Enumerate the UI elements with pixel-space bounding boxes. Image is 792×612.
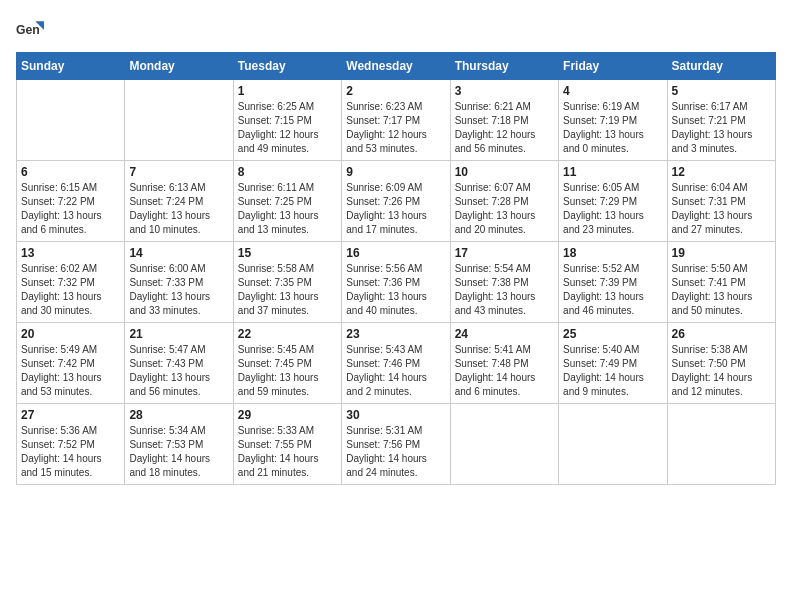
calendar-cell: 19Sunrise: 5:50 AMSunset: 7:41 PMDayligh… [667,242,775,323]
day-number: 9 [346,165,445,179]
logo: Gen [16,16,48,44]
day-number: 14 [129,246,228,260]
day-info: Sunrise: 6:13 AMSunset: 7:24 PMDaylight:… [129,181,228,237]
day-number: 20 [21,327,120,341]
calendar-cell [17,80,125,161]
day-info: Sunrise: 6:02 AMSunset: 7:32 PMDaylight:… [21,262,120,318]
day-info: Sunrise: 6:21 AMSunset: 7:18 PMDaylight:… [455,100,554,156]
calendar-cell: 23Sunrise: 5:43 AMSunset: 7:46 PMDayligh… [342,323,450,404]
weekday-header: Wednesday [342,53,450,80]
day-number: 3 [455,84,554,98]
day-number: 21 [129,327,228,341]
day-info: Sunrise: 6:04 AMSunset: 7:31 PMDaylight:… [672,181,771,237]
day-number: 17 [455,246,554,260]
calendar-week-row: 13Sunrise: 6:02 AMSunset: 7:32 PMDayligh… [17,242,776,323]
calendar-cell: 28Sunrise: 5:34 AMSunset: 7:53 PMDayligh… [125,404,233,485]
calendar-cell: 15Sunrise: 5:58 AMSunset: 7:35 PMDayligh… [233,242,341,323]
calendar-cell: 16Sunrise: 5:56 AMSunset: 7:36 PMDayligh… [342,242,450,323]
calendar-cell: 13Sunrise: 6:02 AMSunset: 7:32 PMDayligh… [17,242,125,323]
weekday-header: Monday [125,53,233,80]
calendar-cell: 8Sunrise: 6:11 AMSunset: 7:25 PMDaylight… [233,161,341,242]
day-number: 29 [238,408,337,422]
calendar-cell: 3Sunrise: 6:21 AMSunset: 7:18 PMDaylight… [450,80,558,161]
day-info: Sunrise: 6:15 AMSunset: 7:22 PMDaylight:… [21,181,120,237]
calendar-cell: 27Sunrise: 5:36 AMSunset: 7:52 PMDayligh… [17,404,125,485]
calendar-cell [450,404,558,485]
day-info: Sunrise: 5:45 AMSunset: 7:45 PMDaylight:… [238,343,337,399]
calendar-cell: 18Sunrise: 5:52 AMSunset: 7:39 PMDayligh… [559,242,667,323]
weekday-header: Saturday [667,53,775,80]
day-info: Sunrise: 5:52 AMSunset: 7:39 PMDaylight:… [563,262,662,318]
calendar-cell: 5Sunrise: 6:17 AMSunset: 7:21 PMDaylight… [667,80,775,161]
calendar-cell: 22Sunrise: 5:45 AMSunset: 7:45 PMDayligh… [233,323,341,404]
calendar-cell: 20Sunrise: 5:49 AMSunset: 7:42 PMDayligh… [17,323,125,404]
day-number: 16 [346,246,445,260]
calendar-cell: 25Sunrise: 5:40 AMSunset: 7:49 PMDayligh… [559,323,667,404]
day-number: 27 [21,408,120,422]
day-number: 8 [238,165,337,179]
day-number: 1 [238,84,337,98]
calendar-cell: 2Sunrise: 6:23 AMSunset: 7:17 PMDaylight… [342,80,450,161]
calendar-week-row: 1Sunrise: 6:25 AMSunset: 7:15 PMDaylight… [17,80,776,161]
day-info: Sunrise: 5:40 AMSunset: 7:49 PMDaylight:… [563,343,662,399]
calendar-week-row: 6Sunrise: 6:15 AMSunset: 7:22 PMDaylight… [17,161,776,242]
calendar-cell: 26Sunrise: 5:38 AMSunset: 7:50 PMDayligh… [667,323,775,404]
day-number: 13 [21,246,120,260]
calendar-cell: 21Sunrise: 5:47 AMSunset: 7:43 PMDayligh… [125,323,233,404]
calendar-week-row: 20Sunrise: 5:49 AMSunset: 7:42 PMDayligh… [17,323,776,404]
calendar-cell [667,404,775,485]
day-number: 18 [563,246,662,260]
calendar-header: SundayMondayTuesdayWednesdayThursdayFrid… [17,53,776,80]
day-info: Sunrise: 5:54 AMSunset: 7:38 PMDaylight:… [455,262,554,318]
calendar-cell: 12Sunrise: 6:04 AMSunset: 7:31 PMDayligh… [667,161,775,242]
calendar-cell: 1Sunrise: 6:25 AMSunset: 7:15 PMDaylight… [233,80,341,161]
day-number: 12 [672,165,771,179]
calendar-cell: 9Sunrise: 6:09 AMSunset: 7:26 PMDaylight… [342,161,450,242]
day-number: 28 [129,408,228,422]
day-number: 15 [238,246,337,260]
weekday-header: Tuesday [233,53,341,80]
day-info: Sunrise: 6:07 AMSunset: 7:28 PMDaylight:… [455,181,554,237]
day-number: 23 [346,327,445,341]
day-info: Sunrise: 5:56 AMSunset: 7:36 PMDaylight:… [346,262,445,318]
day-info: Sunrise: 5:50 AMSunset: 7:41 PMDaylight:… [672,262,771,318]
calendar-cell: 7Sunrise: 6:13 AMSunset: 7:24 PMDaylight… [125,161,233,242]
day-info: Sunrise: 6:00 AMSunset: 7:33 PMDaylight:… [129,262,228,318]
day-info: Sunrise: 6:11 AMSunset: 7:25 PMDaylight:… [238,181,337,237]
day-number: 26 [672,327,771,341]
page-header: Gen [16,16,776,44]
day-info: Sunrise: 6:25 AMSunset: 7:15 PMDaylight:… [238,100,337,156]
calendar-cell: 17Sunrise: 5:54 AMSunset: 7:38 PMDayligh… [450,242,558,323]
day-number: 30 [346,408,445,422]
svg-text:Gen: Gen [16,23,40,37]
calendar-cell: 11Sunrise: 6:05 AMSunset: 7:29 PMDayligh… [559,161,667,242]
weekday-header: Thursday [450,53,558,80]
day-number: 11 [563,165,662,179]
day-info: Sunrise: 5:43 AMSunset: 7:46 PMDaylight:… [346,343,445,399]
calendar-cell: 24Sunrise: 5:41 AMSunset: 7:48 PMDayligh… [450,323,558,404]
day-info: Sunrise: 6:05 AMSunset: 7:29 PMDaylight:… [563,181,662,237]
day-info: Sunrise: 5:33 AMSunset: 7:55 PMDaylight:… [238,424,337,480]
day-number: 7 [129,165,228,179]
weekday-header: Sunday [17,53,125,80]
logo-icon: Gen [16,16,44,44]
day-info: Sunrise: 6:23 AMSunset: 7:17 PMDaylight:… [346,100,445,156]
day-number: 6 [21,165,120,179]
calendar-cell [125,80,233,161]
day-info: Sunrise: 5:41 AMSunset: 7:48 PMDaylight:… [455,343,554,399]
day-info: Sunrise: 5:38 AMSunset: 7:50 PMDaylight:… [672,343,771,399]
calendar-table: SundayMondayTuesdayWednesdayThursdayFrid… [16,52,776,485]
day-number: 19 [672,246,771,260]
calendar-cell: 4Sunrise: 6:19 AMSunset: 7:19 PMDaylight… [559,80,667,161]
weekday-header: Friday [559,53,667,80]
day-info: Sunrise: 6:09 AMSunset: 7:26 PMDaylight:… [346,181,445,237]
day-info: Sunrise: 5:34 AMSunset: 7:53 PMDaylight:… [129,424,228,480]
day-number: 25 [563,327,662,341]
day-number: 4 [563,84,662,98]
calendar-week-row: 27Sunrise: 5:36 AMSunset: 7:52 PMDayligh… [17,404,776,485]
day-number: 10 [455,165,554,179]
day-number: 5 [672,84,771,98]
calendar-cell [559,404,667,485]
day-info: Sunrise: 6:17 AMSunset: 7:21 PMDaylight:… [672,100,771,156]
day-info: Sunrise: 5:31 AMSunset: 7:56 PMDaylight:… [346,424,445,480]
